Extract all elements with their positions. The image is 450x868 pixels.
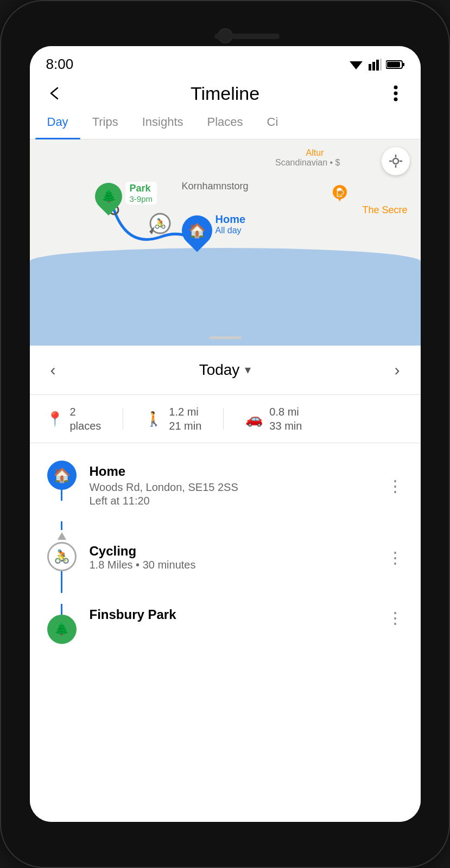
places-icon: 📍 [46,411,64,427]
home-timeline-address: Woods Rd, London, SE15 2SS [90,481,374,494]
cycling-timeline-left: 🚴 [43,521,81,593]
home-pin-name: Home [216,213,246,226]
status-icons [348,59,404,71]
date-label: Today [199,361,240,379]
home-timeline-content: Home Woods Rd, London, SE15 2SS Left at … [81,461,383,510]
drive-icon: 🚗 [245,411,263,427]
park-pin-time: 3-9pm [130,194,153,203]
home-map-pin: 🏠 Home All day [182,215,212,246]
tab-insights[interactable]: Insights [130,105,195,139]
walk-distance: 1.2 mi [169,406,198,418]
walk-icon: 🚶 [145,411,162,427]
home-timeline-icon: 🏠 [47,461,77,490]
drive-distance: 0.8 mi [269,406,299,418]
status-time: 8:00 [46,56,74,73]
menu-button[interactable] [384,81,408,105]
places-label: places [70,420,102,432]
drive-text: 0.8 mi 33 min [269,405,302,433]
signal-icon [369,59,382,71]
park-map-pin: 🌲 Park 3-9pm [95,183,122,210]
map-drag-handle [209,336,242,339]
home-timeline-name: Home [90,464,374,479]
cycling-more-button[interactable]: ⋮ [383,544,408,571]
battery-icon [386,60,404,69]
home-timeline-time: Left at 11:20 [90,495,374,507]
svg-marker-0 [350,61,363,69]
finsbury-name: Finsbury Park [81,604,383,626]
screen: 8:00 [30,46,421,822]
places-text: 2 places [70,405,102,433]
prev-day-button[interactable]: ‹ [46,356,60,384]
map-background: Altur Scandinavian • $ Kornhamnstorg The… [30,139,421,346]
cycling-line-top [61,521,62,530]
cycling-line-bottom [61,571,62,593]
finsbury-more-button[interactable]: ⋮ [383,604,408,631]
cycling-icon: 🚴 [47,542,77,571]
svg-rect-3 [376,60,379,71]
tab-day[interactable]: Day [35,105,80,139]
cycling-section: 🚴 Cycling 1.8 Miles • 30 minutes ⋮ [30,517,421,597]
page-title: Timeline [191,83,259,104]
finsbury-line [61,604,62,615]
wifi-icon [348,59,364,71]
status-bar: 8:00 [30,46,421,77]
finsbury-section: 🌲 Finsbury Park ⋮ [30,597,421,650]
route-line: 🚴 [30,139,421,346]
walk-text: 1.2 mi 21 min [169,405,201,433]
timeline-left-home: 🏠 [43,461,81,501]
park-pin-name: Park [130,183,153,194]
walk-stat: 🚶 1.2 mi 21 min [145,405,201,433]
restaurant-map-pin: ▼ 🍺 [329,183,350,206]
date-chevron-icon: ▾ [245,363,251,377]
drive-stat: 🚗 0.8 mi 33 min [245,405,302,433]
finsbury-park-icon: 🌲 [47,615,77,644]
top-bar: Timeline [30,77,421,105]
svg-rect-2 [372,62,375,71]
svg-rect-1 [369,64,371,71]
svg-rect-7 [387,62,400,67]
svg-rect-4 [380,59,382,71]
svg-text:🚴: 🚴 [154,218,167,229]
stats-bar: 📍 2 places 🚶 1.2 mi 21 min 🚗 0.8 mi [30,395,421,443]
timeline-line-home-bottom [61,490,62,501]
drive-time: 33 min [269,420,302,432]
walk-time: 21 min [169,420,201,432]
cycling-content: Cycling 1.8 Miles • 30 minutes [81,540,383,575]
tab-places[interactable]: Places [195,105,255,139]
phone-speaker [214,34,280,39]
svg-point-8 [394,86,397,90]
places-count: 2 [70,406,76,418]
timeline: 🏠 Home Woods Rd, London, SE15 2SS Left a… [30,443,421,822]
home-more-button[interactable]: ⋮ [383,472,408,500]
back-button[interactable] [43,81,67,105]
map-area[interactable]: Altur Scandinavian • $ Kornhamnstorg The… [30,139,421,346]
tab-cities[interactable]: Ci [255,105,290,139]
tab-bar: Day Trips Insights Places Ci [30,105,421,139]
timeline-item-home: 🏠 Home Woods Rd, London, SE15 2SS Left a… [30,454,421,517]
stat-divider-1 [123,408,123,430]
svg-point-10 [394,98,397,101]
cycling-name: Cycling [90,544,374,559]
next-day-button[interactable]: › [390,356,404,384]
svg-point-15 [393,158,398,164]
cycling-detail: 1.8 Miles • 30 minutes [90,559,374,571]
cycling-triangle-icon [58,532,66,540]
places-stat: 📍 2 places [46,405,102,433]
stat-divider-2 [223,408,224,430]
map-location-button[interactable] [382,147,410,175]
svg-rect-6 [402,63,404,66]
svg-point-9 [394,92,397,95]
tab-trips[interactable]: Trips [80,105,130,139]
phone-shell: 8:00 [0,0,450,868]
date-navigation: ‹ Today ▾ › [30,346,421,395]
finsbury-timeline-left: 🌲 [43,604,81,644]
home-pin-time: All day [216,226,246,235]
today-button[interactable]: Today ▾ [199,361,251,379]
